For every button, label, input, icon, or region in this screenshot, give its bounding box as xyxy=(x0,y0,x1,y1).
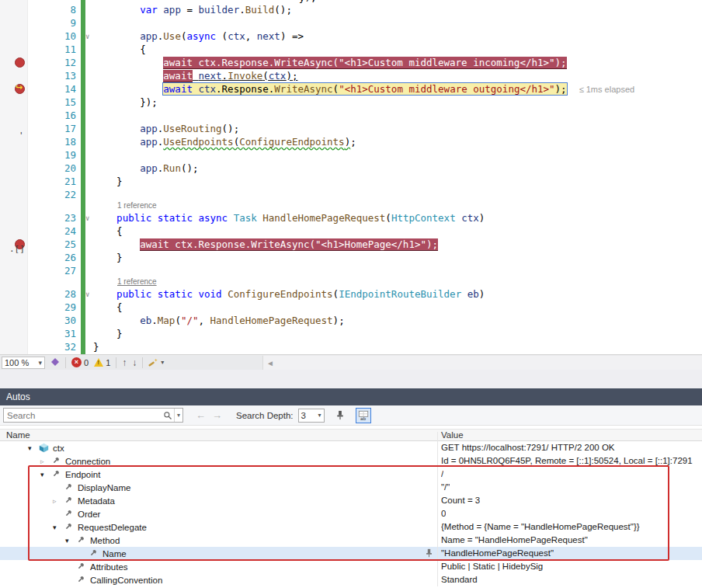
code-line[interactable]: 28∨ public static void ConfigureEndpoint… xyxy=(0,287,702,301)
object-instance-icon xyxy=(39,443,49,453)
code-line[interactable]: 21 } xyxy=(0,175,702,188)
expander-icon[interactable]: ▹ xyxy=(40,458,51,465)
pin-icon xyxy=(426,548,433,558)
autos-row[interactable]: ▹ConnectionId = 0HN5LR0Q6F45P, Remote = … xyxy=(0,454,702,468)
autos-row[interactable]: AttributesPublic | Static | HidebySig xyxy=(0,560,702,573)
expander-icon[interactable]: ▾ xyxy=(65,537,76,545)
text-visualizer-toggle-button[interactable]: ab xyxy=(356,408,371,423)
code-line[interactable]: 17 app.UseRouting(); xyxy=(0,122,702,135)
autos-row[interactable]: Name"HandleHomePageRequest" xyxy=(0,547,702,560)
code-line[interactable]: 26 } xyxy=(0,251,702,264)
code-text: app.UseRouting(); xyxy=(93,122,239,135)
search-forward-button[interactable]: → xyxy=(212,409,222,421)
object-instance-icon xyxy=(39,443,52,453)
code-line[interactable]: 12 await ctx.Response.WriteAsync("<h1>Cu… xyxy=(0,56,702,69)
code-line[interactable]: 23∨ public static async Task HandleHomeP… xyxy=(0,211,702,224)
code-line[interactable]: 30 eb.Map("/", HandleHomePageRequest); xyxy=(0,314,702,327)
variable-value: Standard xyxy=(441,575,478,584)
autos-row[interactable]: ▾RequestDelegate{Method = {Name = "Handl… xyxy=(0,520,702,534)
code-text: }); xyxy=(93,96,158,109)
code-line[interactable]: 15 }); xyxy=(0,96,702,109)
column-separator[interactable] xyxy=(437,432,438,586)
autos-title-bar[interactable]: Autos xyxy=(0,388,702,405)
code-line[interactable]: 24 { xyxy=(0,224,702,238)
previous-issue-button[interactable]: ↑ xyxy=(122,357,127,368)
expander-icon[interactable]: ▹ xyxy=(53,497,64,505)
search-depth-dropdown[interactable]: 3 ▾ xyxy=(298,409,325,423)
code-line[interactable]: 19 xyxy=(0,148,702,162)
code-text: app.Use(async (ctx, next) => xyxy=(93,30,304,43)
document-health-icon[interactable] xyxy=(50,357,60,368)
expander-icon[interactable]: ▾ xyxy=(53,524,64,531)
breakpoint-margin[interactable]: ↪'.[] xyxy=(0,0,28,354)
autos-row[interactable]: ▾Endpoint/ xyxy=(0,468,702,481)
variable-value: Name = "HandleHomePageRequest" xyxy=(441,535,588,545)
search-icon[interactable] xyxy=(162,411,174,420)
variable-value: GET https://localhost:7291/ HTTP/2 200 O… xyxy=(441,443,615,452)
code-line[interactable]: 20 app.Run(); xyxy=(0,162,702,175)
autos-row[interactable]: Order0 xyxy=(0,507,702,520)
autos-row[interactable]: CallingConventionStandard xyxy=(0,573,702,586)
warning-count-button[interactable]: 1 xyxy=(94,358,110,367)
code-line[interactable]: 8 var app = builder.Build(); xyxy=(0,3,702,16)
expander-icon[interactable]: ▾ xyxy=(28,444,39,452)
margin-mark: ' xyxy=(19,130,24,141)
code-line[interactable]: 11 { xyxy=(0,43,702,56)
code-line[interactable]: 27 xyxy=(0,264,702,277)
code-line[interactable]: 31 } xyxy=(0,327,702,340)
chevron-down-icon: ▾ xyxy=(318,412,321,419)
breakpoint-icon[interactable] xyxy=(15,57,25,68)
variable-name: Attributes xyxy=(90,562,128,572)
fold-collapse-icon[interactable]: ∨ xyxy=(85,212,89,225)
column-header-name[interactable]: Name xyxy=(6,430,30,440)
variable-name: Connection xyxy=(65,457,110,466)
code-line[interactable]: 32} xyxy=(0,340,702,353)
error-count-button[interactable]: × 0 xyxy=(71,357,89,367)
code-line[interactable]: 13 await next.Invoke(ctx); xyxy=(0,69,702,82)
code-line[interactable]: 16 xyxy=(0,109,702,122)
variable-name: RequestDelegate xyxy=(78,523,147,532)
separator xyxy=(142,357,143,368)
separator xyxy=(116,357,116,368)
column-header-value[interactable]: Value xyxy=(441,430,464,440)
code-line[interactable]: 18 app.UseEndpoints(ConfigureEndpoints); xyxy=(0,135,702,148)
code-line[interactable]: 10∨ app.Use(async (ctx, next) => xyxy=(0,30,702,43)
search-input[interactable] xyxy=(4,411,162,420)
current-statement-arrow-icon: ↪ xyxy=(16,82,23,92)
variable-value: 0 xyxy=(441,509,446,518)
fold-collapse-icon[interactable]: ∨ xyxy=(85,30,89,43)
autos-row[interactable]: ▾MethodName = "HandleHomePageRequest" xyxy=(0,534,702,547)
fold-collapse-icon[interactable]: ∨ xyxy=(85,288,89,301)
scroll-left-arrow-icon[interactable]: ◄ xyxy=(263,359,274,367)
code-line[interactable]: 14 await ctx.Response.WriteAsync("<h1>Cu… xyxy=(0,82,702,96)
code-line[interactable]: 22 xyxy=(0,188,702,201)
grid-header: Name Value xyxy=(0,429,702,441)
codelens-reference-link[interactable]: 1 reference xyxy=(0,201,702,211)
autos-toolbar: ▾ ← → Search Depth: 3 ▾ ab xyxy=(0,405,702,426)
variable-value: "HandleHomePageRequest" xyxy=(441,548,554,558)
next-issue-button[interactable]: ↓ xyxy=(132,357,137,368)
code-text: await next.Invoke(ctx); xyxy=(93,69,297,82)
editor-pane[interactable]: ↪'.[] y); 8 var app = builder.Build();91… xyxy=(0,0,702,354)
wrench-icon xyxy=(64,496,73,505)
autos-row[interactable]: DisplayName"/" xyxy=(0,481,702,494)
horizontal-scrollbar[interactable]: ◄ xyxy=(262,356,702,370)
warning-icon xyxy=(94,358,103,367)
wrench-icon xyxy=(51,469,61,478)
pin-value-button[interactable] xyxy=(426,548,433,559)
search-back-button[interactable]: ← xyxy=(196,409,206,421)
breakpoint-current-statement-icon[interactable]: ↪ xyxy=(15,84,25,94)
expander-icon[interactable]: ▾ xyxy=(40,471,51,478)
search-box[interactable]: ▾ xyxy=(3,408,183,423)
autos-row[interactable]: ▾ctxGET https://localhost:7291/ HTTP/2 2… xyxy=(0,441,702,454)
autos-row[interactable]: ▹MetadataCount = 3 xyxy=(0,494,702,507)
code-line[interactable]: 9 xyxy=(0,16,702,30)
zoom-control[interactable]: 100 % ▾ xyxy=(2,357,45,369)
code-text: public static async Task HandleHomePageR… xyxy=(93,211,485,224)
pin-to-source-button[interactable] xyxy=(332,408,348,423)
codelens-reference-link[interactable]: 1 reference xyxy=(0,277,702,287)
code-line[interactable]: 25 await ctx.Response.WriteAsync("<h1>Ho… xyxy=(0,238,702,251)
code-line[interactable]: 29 { xyxy=(0,301,702,314)
code-fix-button[interactable]: ▾ xyxy=(148,357,164,367)
search-options-chevron-icon[interactable]: ▾ xyxy=(174,409,182,422)
